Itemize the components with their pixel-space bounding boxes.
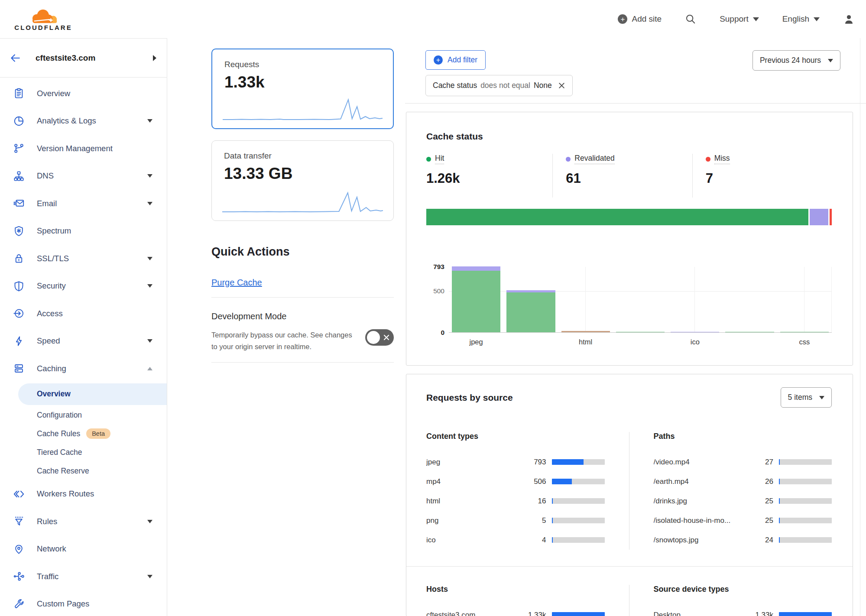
add-site-label: Add site xyxy=(632,14,662,24)
wrench-icon xyxy=(13,598,25,610)
add-site-button[interactable]: + Add site xyxy=(618,14,662,24)
sidebar-item-speed[interactable]: Speed xyxy=(0,327,167,355)
sidebar-item-security[interactable]: Security xyxy=(0,272,167,300)
divider xyxy=(211,362,394,363)
sidebar-item-caching-configuration[interactable]: Configuration xyxy=(0,406,167,425)
sidebar-item-spectrum[interactable]: Spectrum xyxy=(0,217,167,245)
site-name: cftestsite3.com xyxy=(36,53,153,63)
requests-by-source-card: Requests by source 5 items Content types… xyxy=(406,374,853,616)
item-label: Desktop xyxy=(654,611,753,616)
sidebar-item-analytics-logs[interactable]: Analytics & Logs xyxy=(0,107,167,135)
list-item: Desktop1.33k xyxy=(654,605,832,616)
sidebar-item-network[interactable]: Network xyxy=(0,535,167,563)
development-mode-description: Temporarily bypass our cache. See change… xyxy=(211,329,352,353)
development-mode-toggle[interactable] xyxy=(365,329,394,346)
data-transfer-sparkline xyxy=(222,187,383,214)
cache-status-stat: Revalidated61 xyxy=(552,154,692,198)
sidebar-item-custom-pages[interactable]: Custom Pages xyxy=(0,590,167,616)
sidebar-item-tiered-cache[interactable]: Tiered Cache xyxy=(0,443,167,462)
item-label: cftestsite3.com xyxy=(426,611,525,616)
chart-bar-ico[interactable] xyxy=(671,332,719,332)
stat-value: 61 xyxy=(566,171,692,186)
search-icon[interactable] xyxy=(685,13,696,25)
list-item: png5 xyxy=(426,511,605,530)
sidebar-item-version-management[interactable]: Version Management xyxy=(0,135,167,162)
status-dot-icon xyxy=(566,157,571,162)
language-menu[interactable]: English xyxy=(782,14,820,24)
chart-bar-mp4[interactable] xyxy=(506,290,555,332)
support-menu[interactable]: Support xyxy=(720,14,759,24)
sidebar-item-caching[interactable]: Caching xyxy=(0,355,167,383)
chevron-right-icon[interactable] xyxy=(153,55,156,61)
stat-value: 7 xyxy=(706,171,832,186)
time-range-select[interactable]: Previous 24 hours xyxy=(752,50,840,71)
requests-metric-card[interactable]: Requests 1.33k xyxy=(211,49,394,129)
chevron-down-icon xyxy=(147,119,152,123)
close-icon[interactable] xyxy=(558,82,565,89)
item-label: ico xyxy=(426,536,525,545)
support-label: Support xyxy=(720,14,749,24)
x-axis-tick xyxy=(725,338,774,346)
item-label: mp4 xyxy=(426,477,525,486)
x-axis-tick: css xyxy=(780,338,829,346)
site-header: cftestsite3.com xyxy=(0,39,167,78)
chevron-down-icon xyxy=(147,339,152,343)
gridline xyxy=(804,267,804,332)
scrollbar[interactable] xyxy=(860,38,860,616)
clipboard-icon xyxy=(13,88,25,99)
chevron-up-icon xyxy=(147,367,152,370)
sidebar-item-cache-reserve[interactable]: Cache Reserve xyxy=(0,462,167,480)
content-types-title: Content types xyxy=(426,432,605,441)
status-dot-icon xyxy=(426,157,431,162)
sidebar-item-access[interactable]: Access xyxy=(0,300,167,327)
list-item: /snowtops.jpg24 xyxy=(654,530,832,550)
list-item: /drinks.jpg25 xyxy=(654,491,832,511)
chevron-down-icon xyxy=(814,17,820,21)
stat-legend[interactable]: Miss xyxy=(706,154,730,164)
stat-legend[interactable]: Hit xyxy=(426,154,444,164)
chart-bar-jpeg[interactable] xyxy=(452,266,500,332)
item-bar xyxy=(552,612,605,616)
sidebar-item-ssl-tls[interactable]: SSL/TLS xyxy=(0,245,167,272)
bar-segment xyxy=(780,332,829,332)
cache-status-chart: 7935000 jpeghtmlicocss xyxy=(426,267,832,346)
requests-sparkline xyxy=(223,94,383,122)
item-bar xyxy=(552,459,605,465)
summary-column: Requests 1.33k Data transfer 13.33 GB Qu… xyxy=(167,38,405,616)
sidebar-item-cache-rules[interactable]: Cache Rules Beta xyxy=(0,425,167,443)
stat-legend[interactable]: Revalidated xyxy=(566,154,614,164)
sidebar-item-overview[interactable]: Overview xyxy=(0,80,167,107)
sidebar-item-dns[interactable]: DNS xyxy=(0,162,167,190)
back-arrow-icon[interactable] xyxy=(10,52,21,64)
sidebar-item-traffic[interactable]: Traffic xyxy=(0,563,167,590)
cloudflare-wordmark: CLOUDFLARE xyxy=(14,24,72,31)
badge-icon xyxy=(13,225,25,237)
sidebar-item-rules[interactable]: Rules xyxy=(0,508,167,535)
chart-bar-css[interactable] xyxy=(780,332,829,332)
add-filter-button[interactable]: + Add filter xyxy=(425,50,486,70)
chart-bar-html[interactable] xyxy=(561,331,610,332)
cache-status-stats: Hit1.26kRevalidated61Miss7 xyxy=(426,154,832,198)
items-count-select[interactable]: 5 items xyxy=(781,387,832,408)
item-value: 1.33k xyxy=(752,611,773,616)
item-label: /drinks.jpg xyxy=(654,497,753,506)
data-transfer-metric-card[interactable]: Data transfer 13.33 GB xyxy=(211,140,394,221)
sidebar-item-caching-overview[interactable]: Overview xyxy=(18,383,167,405)
sidebar-item-email[interactable]: Email xyxy=(0,190,167,217)
cloudflare-cloud-icon xyxy=(25,7,62,23)
user-icon[interactable] xyxy=(843,13,855,25)
bar-segment xyxy=(452,271,500,332)
item-value: 26 xyxy=(752,477,773,486)
purge-cache-link[interactable]: Purge Cache xyxy=(211,278,262,288)
metric-label: Requests xyxy=(224,60,381,69)
sidebar-item-workers-routes[interactable]: Workers Routes xyxy=(0,480,167,508)
item-label: /video.mp4 xyxy=(654,458,753,467)
chart-bar-other[interactable] xyxy=(725,332,774,332)
item-bar xyxy=(779,459,832,465)
y-axis-tick: 0 xyxy=(425,329,444,337)
chevron-down-icon xyxy=(753,17,759,21)
item-value: 27 xyxy=(752,458,773,467)
chart-bar-png[interactable] xyxy=(616,332,665,332)
filter-chip[interactable]: Cache status does not equal None xyxy=(425,75,573,96)
source-device-types-title: Source device types xyxy=(654,585,832,594)
